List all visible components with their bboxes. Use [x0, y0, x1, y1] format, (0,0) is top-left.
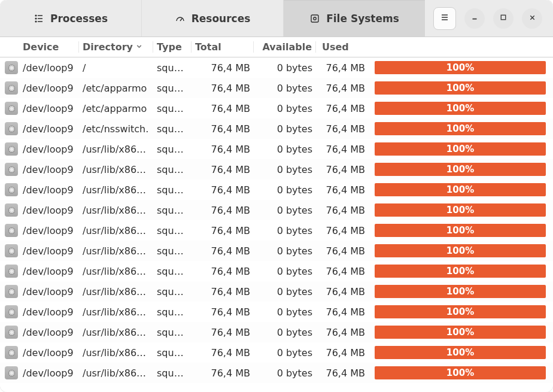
close-button[interactable]	[522, 8, 542, 29]
cell-device: /dev/loop9	[19, 205, 79, 216]
table-row[interactable]: /dev/loop9 /etc/nsswitch. squashfs 76,4 …	[0, 118, 553, 139]
usage-bar: 100%	[375, 244, 546, 257]
cell-total: 76,4 MB	[192, 164, 254, 175]
table-row[interactable]: /dev/loop9 /etc/apparmo squashfs 76,4 MB…	[0, 98, 553, 118]
cell-directory: /usr/lib/x86_64	[79, 245, 153, 257]
col-type[interactable]: Type	[153, 41, 192, 53]
table-row[interactable]: /dev/loop9 /usr/lib/x86_64 squashfs 76,4…	[0, 363, 553, 383]
usage-bar-label: 100%	[375, 224, 546, 237]
cell-available: 0 bytes	[254, 266, 316, 277]
cell-used-bar: 100%	[371, 122, 553, 135]
table-body[interactable]: /dev/loop9 / squashfs 76,4 MB 0 bytes 76…	[0, 57, 553, 392]
cell-device: /dev/loop9	[19, 225, 79, 236]
cell-available: 0 bytes	[254, 367, 316, 379]
table-row[interactable]: /dev/loop9 /etc/apparmo squashfs 76,4 MB…	[0, 78, 553, 98]
usage-bar-label: 100%	[375, 203, 546, 217]
cell-used-bar: 100%	[371, 285, 553, 298]
system-monitor-window: Processes Resources File Systems	[0, 0, 553, 392]
cell-device: /dev/loop9	[19, 123, 79, 135]
disk-icon-cell	[0, 224, 19, 237]
minimize-icon	[470, 13, 479, 23]
cell-used: 76,4 MB	[316, 123, 371, 135]
col-type-label: Type	[157, 41, 182, 53]
cell-directory: /usr/lib/x86_64	[79, 144, 153, 155]
usage-bar-label: 100%	[375, 163, 546, 176]
table-row[interactable]: /dev/loop9 /usr/lib/x86_64 squashfs 76,4…	[0, 159, 553, 180]
usage-bar-label: 100%	[375, 244, 546, 257]
col-used[interactable]: Used	[316, 41, 371, 53]
cell-directory: /etc/nsswitch.	[79, 123, 153, 135]
table-row[interactable]: /dev/loop9 / squashfs 76,4 MB 0 bytes 76…	[0, 57, 553, 78]
tab-processes[interactable]: Processes	[0, 0, 142, 37]
cell-directory: /usr/lib/x86_64	[79, 225, 153, 236]
table-row[interactable]: /dev/loop9 /usr/lib/x86_64 squashfs 76,4…	[0, 261, 553, 281]
col-directory[interactable]: Directory	[79, 41, 153, 53]
cell-type: squashfs	[153, 123, 192, 135]
drive-icon	[5, 285, 18, 298]
table-row[interactable]: /dev/loop9 /usr/lib/x86_64 squashfs 76,4…	[0, 302, 553, 322]
usage-bar: 100%	[375, 326, 546, 339]
cell-used: 76,4 MB	[316, 327, 371, 338]
cell-type: squashfs	[153, 266, 192, 277]
table-row[interactable]: /dev/loop9 /usr/lib/x86_64 squashfs 76,4…	[0, 322, 553, 342]
usage-bar: 100%	[375, 61, 546, 74]
table-row[interactable]: /dev/loop9 /usr/lib/x86_64 squashfs 76,4…	[0, 342, 553, 363]
cell-directory: /usr/lib/x86_64	[79, 367, 153, 379]
usage-bar-label: 100%	[375, 305, 546, 318]
table-row[interactable]: /dev/loop9 /usr/lib/x86_64 squashfs 76,4…	[0, 200, 553, 220]
tab-resources[interactable]: Resources	[142, 0, 284, 37]
cell-available: 0 bytes	[254, 225, 316, 236]
col-available[interactable]: Available	[254, 41, 316, 53]
cell-available: 0 bytes	[254, 164, 316, 175]
cell-device: /dev/loop9	[19, 245, 79, 257]
table-row[interactable]: /dev/loop9 /usr/lib/x86_64 squashfs 76,4…	[0, 281, 553, 302]
drive-icon	[5, 142, 18, 156]
cell-available: 0 bytes	[254, 306, 316, 318]
cell-used-bar: 100%	[371, 102, 553, 115]
usage-bar: 100%	[375, 203, 546, 217]
tab-filesystems[interactable]: File Systems	[284, 0, 425, 37]
col-device-label: Device	[23, 41, 59, 53]
minimize-button[interactable]	[464, 8, 485, 29]
table-row[interactable]: /dev/loop9 /usr/lib/x86_64 squashfs 76,4…	[0, 241, 553, 261]
cell-directory: /usr/lib/x86_64	[79, 266, 153, 277]
cell-device: /dev/loop9	[19, 327, 79, 338]
cell-total: 76,4 MB	[192, 144, 254, 155]
maximize-button[interactable]	[493, 8, 514, 29]
disk-icon-cell	[0, 244, 19, 257]
cell-directory: /usr/lib/x86_64	[79, 164, 153, 175]
cell-directory: /usr/lib/x86_64	[79, 327, 153, 338]
drive-icon	[5, 265, 18, 278]
usage-bar-label: 100%	[375, 61, 546, 74]
list-icon	[34, 13, 44, 24]
cell-type: squashfs	[153, 164, 192, 175]
cell-directory: /usr/lib/x86_64	[79, 184, 153, 196]
col-total[interactable]: Total	[192, 41, 254, 53]
usage-bar: 100%	[375, 285, 546, 298]
disk-icon-cell	[0, 142, 19, 156]
cell-type: squashfs	[153, 245, 192, 257]
drive-icon	[5, 224, 18, 237]
cell-used: 76,4 MB	[316, 205, 371, 216]
col-device[interactable]: Device	[19, 41, 79, 53]
disk-icon-cell	[0, 326, 19, 339]
table-row[interactable]: /dev/loop9 /usr/lib/x86_64 squashfs 76,4…	[0, 139, 553, 159]
chevron-down-icon	[135, 41, 143, 53]
table-header: Device Directory Type Total Available Us…	[0, 37, 553, 57]
table-row[interactable]: /dev/loop9 /usr/lib/x86_64 squashfs 76,4…	[0, 180, 553, 200]
cell-available: 0 bytes	[254, 123, 316, 135]
cell-used: 76,4 MB	[316, 103, 371, 114]
cell-used-bar: 100%	[371, 346, 553, 359]
drive-icon	[5, 305, 18, 318]
table-row[interactable]: /dev/loop9 /usr/lib/x86_64 squashfs 76,4…	[0, 220, 553, 241]
cell-used-bar: 100%	[371, 163, 553, 176]
hamburger-menu-button[interactable]	[433, 7, 456, 30]
cell-total: 76,4 MB	[192, 367, 254, 379]
drive-icon	[5, 244, 18, 257]
cell-total: 76,4 MB	[192, 205, 254, 216]
filesystems-table: Device Directory Type Total Available Us…	[0, 37, 553, 392]
disk-icon-cell	[0, 265, 19, 278]
hamburger-icon	[440, 13, 449, 24]
usage-bar: 100%	[375, 305, 546, 318]
cell-used-bar: 100%	[371, 81, 553, 95]
